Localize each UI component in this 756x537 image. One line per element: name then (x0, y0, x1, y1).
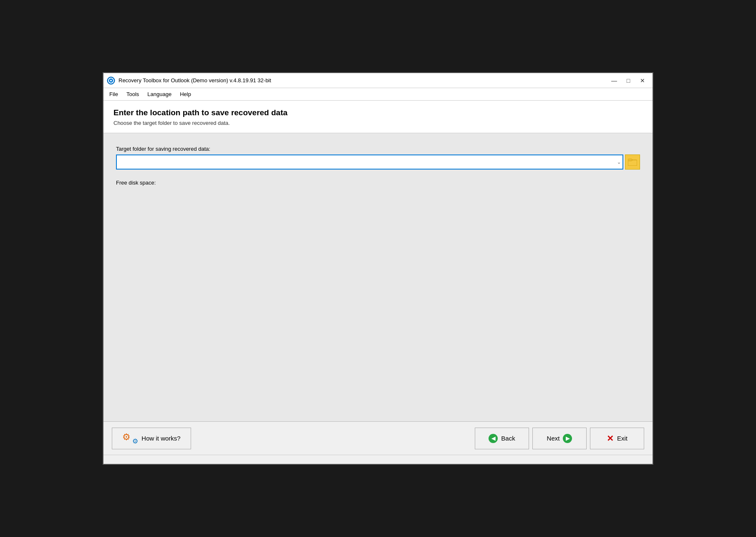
title-bar: Recovery Toolbox for Outlook (Demo versi… (103, 73, 653, 88)
header-section: Enter the location path to save recovere… (103, 101, 653, 133)
footer: ⚙ ⚙ How it works? ◀ Back Next ▶ ✕ Exit (103, 421, 653, 455)
next-label: Next (547, 435, 560, 442)
footer-right: ◀ Back Next ▶ ✕ Exit (475, 428, 644, 449)
menu-help[interactable]: Help (176, 89, 195, 99)
next-arrow-icon: ▶ (563, 434, 572, 443)
minimize-button[interactable]: — (607, 75, 621, 86)
main-content: Target folder for saving recovered data:… (103, 133, 653, 421)
exit-x-icon: ✕ (607, 433, 614, 443)
status-bar (103, 455, 653, 464)
footer-left: ⚙ ⚙ How it works? (112, 428, 475, 449)
gears-icon: ⚙ ⚙ (122, 432, 138, 445)
menu-file[interactable]: File (105, 89, 122, 99)
how-it-works-button[interactable]: ⚙ ⚙ How it works? (112, 428, 191, 449)
folder-input-row: ⌄ (116, 155, 640, 170)
folder-label: Target folder for saving recovered data: (116, 146, 640, 152)
gear-blue-icon: ⚙ (132, 437, 138, 445)
folder-icon (628, 158, 637, 166)
menu-tools[interactable]: Tools (122, 89, 143, 99)
folder-field-group: Target folder for saving recovered data:… (116, 146, 640, 170)
folder-path-input[interactable] (116, 155, 623, 170)
window-title: Recovery Toolbox for Outlook (Demo versi… (118, 77, 607, 84)
app-icon (107, 76, 115, 85)
disk-space-label: Free disk space: (116, 180, 640, 186)
exit-label: Exit (617, 435, 627, 442)
back-arrow-icon: ◀ (489, 434, 498, 443)
next-button[interactable]: Next ▶ (532, 428, 587, 449)
maximize-button[interactable]: □ (622, 75, 635, 86)
how-it-works-label: How it works? (141, 435, 180, 442)
back-label: Back (501, 435, 515, 442)
page-subtitle: Choose the target folder to save recover… (113, 120, 643, 126)
svg-point-2 (110, 80, 112, 81)
menu-language[interactable]: Language (143, 89, 176, 99)
browse-folder-button[interactable] (625, 155, 640, 170)
exit-button[interactable]: ✕ Exit (590, 428, 644, 449)
folder-input-wrapper: ⌄ (116, 155, 623, 170)
menu-bar: File Tools Language Help (103, 88, 653, 101)
window-controls: — □ ✕ (607, 75, 649, 86)
svg-rect-4 (628, 159, 632, 161)
page-title: Enter the location path to save recovere… (113, 108, 643, 117)
gear-orange-icon: ⚙ (122, 432, 131, 443)
back-button[interactable]: ◀ Back (475, 428, 529, 449)
main-window: Recovery Toolbox for Outlook (Demo versi… (103, 72, 653, 465)
close-button[interactable]: ✕ (636, 75, 649, 86)
